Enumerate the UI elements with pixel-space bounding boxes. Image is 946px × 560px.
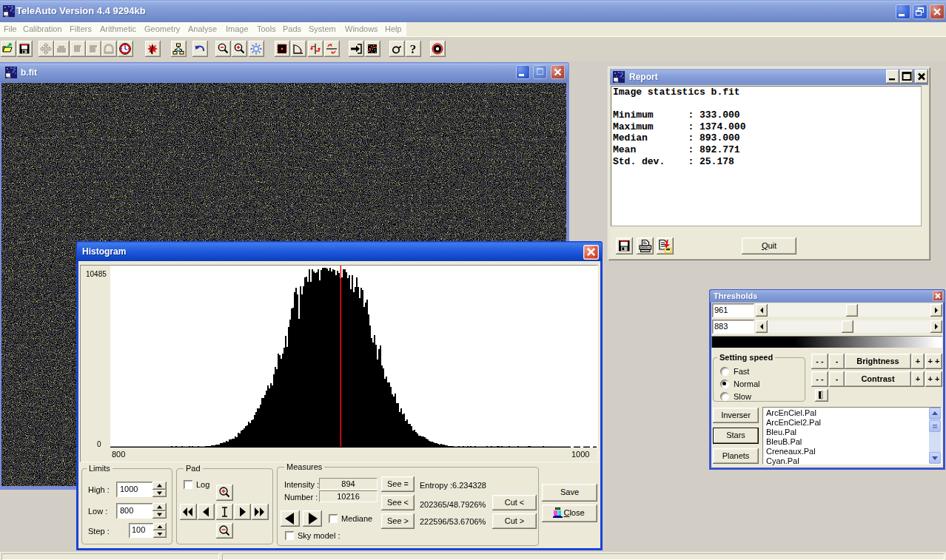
svg-text:?: ? bbox=[410, 43, 417, 55]
